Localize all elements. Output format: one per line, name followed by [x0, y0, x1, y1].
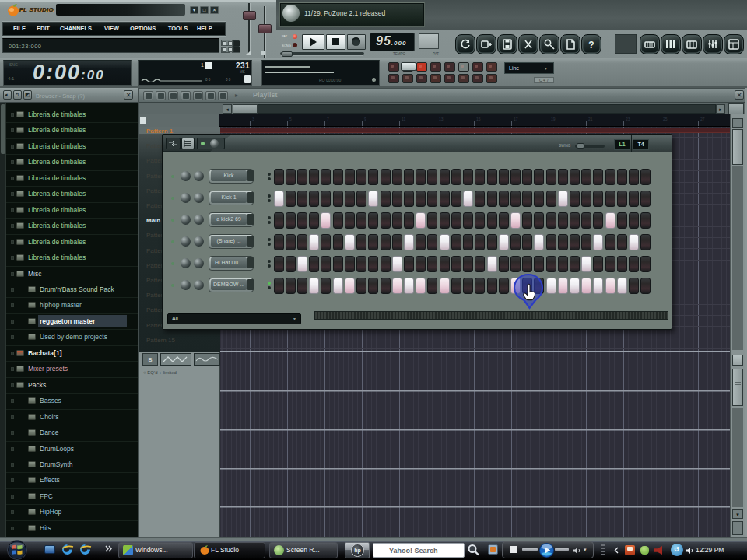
svg-text:?: ? — [588, 40, 594, 51]
